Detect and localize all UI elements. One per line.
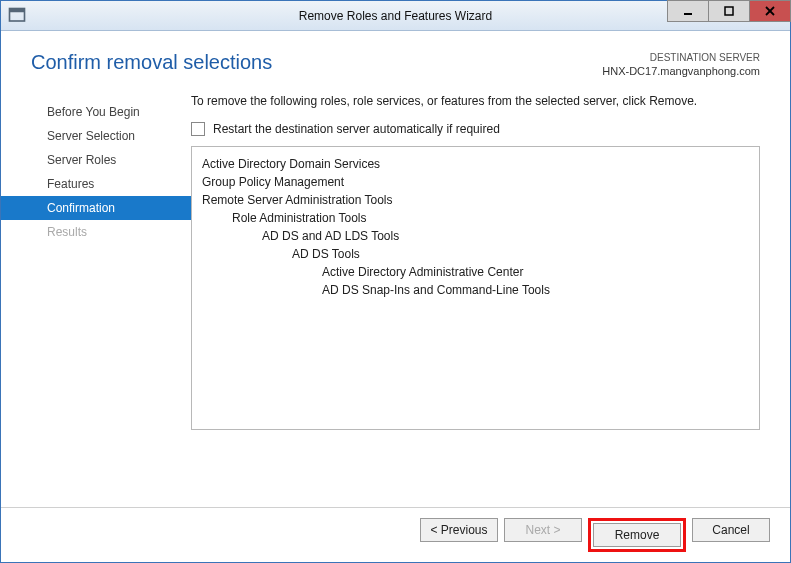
app-icon (7, 6, 27, 26)
steps-sidebar: Before You Begin Server Selection Server… (1, 94, 191, 507)
svg-rect-3 (725, 7, 733, 15)
page-title: Confirm removal selections (31, 51, 272, 74)
footer-buttons: < Previous Next > Remove Cancel (1, 507, 790, 562)
restart-label: Restart the destination server automatic… (213, 122, 500, 136)
restart-row: Restart the destination server automatic… (191, 122, 760, 136)
header-row: Confirm removal selections DESTINATION S… (1, 31, 790, 84)
wizard-window: Remove Roles and Features Wizard Confirm… (0, 0, 791, 563)
main-panel: To remove the following roles, role serv… (191, 94, 760, 507)
list-item: AD DS Snap-Ins and Command-Line Tools (202, 281, 749, 299)
destination-info: DESTINATION SERVER HNX-DC17.mangvanphong… (602, 51, 760, 78)
remove-button[interactable]: Remove (593, 523, 681, 547)
content-area: Confirm removal selections DESTINATION S… (1, 31, 790, 562)
step-confirmation[interactable]: Confirmation (1, 196, 191, 220)
restart-checkbox[interactable] (191, 122, 205, 136)
instruction-text: To remove the following roles, role serv… (191, 94, 760, 108)
list-item: Group Policy Management (202, 173, 749, 191)
step-server-roles[interactable]: Server Roles (1, 148, 191, 172)
list-item: AD DS Tools (202, 245, 749, 263)
close-button[interactable] (749, 0, 791, 22)
step-before-you-begin[interactable]: Before You Begin (1, 100, 191, 124)
list-item: Active Directory Administrative Center (202, 263, 749, 281)
list-item: Active Directory Domain Services (202, 155, 749, 173)
destination-server: HNX-DC17.mangvanphong.com (602, 64, 760, 78)
step-results: Results (1, 220, 191, 244)
window-controls (667, 1, 790, 30)
next-button: Next > (504, 518, 582, 542)
remove-button-highlight: Remove (588, 518, 686, 552)
svg-rect-1 (10, 8, 25, 12)
cancel-button[interactable]: Cancel (692, 518, 770, 542)
features-listbox[interactable]: Active Directory Domain Services Group P… (191, 146, 760, 430)
titlebar: Remove Roles and Features Wizard (1, 1, 790, 31)
previous-button[interactable]: < Previous (420, 518, 498, 542)
list-item: AD DS and AD LDS Tools (202, 227, 749, 245)
list-item: Role Administration Tools (202, 209, 749, 227)
list-item: Remote Server Administration Tools (202, 191, 749, 209)
step-features[interactable]: Features (1, 172, 191, 196)
step-server-selection[interactable]: Server Selection (1, 124, 191, 148)
maximize-button[interactable] (708, 0, 750, 22)
minimize-button[interactable] (667, 0, 709, 22)
destination-label: DESTINATION SERVER (602, 51, 760, 64)
body-row: Before You Begin Server Selection Server… (1, 84, 790, 507)
